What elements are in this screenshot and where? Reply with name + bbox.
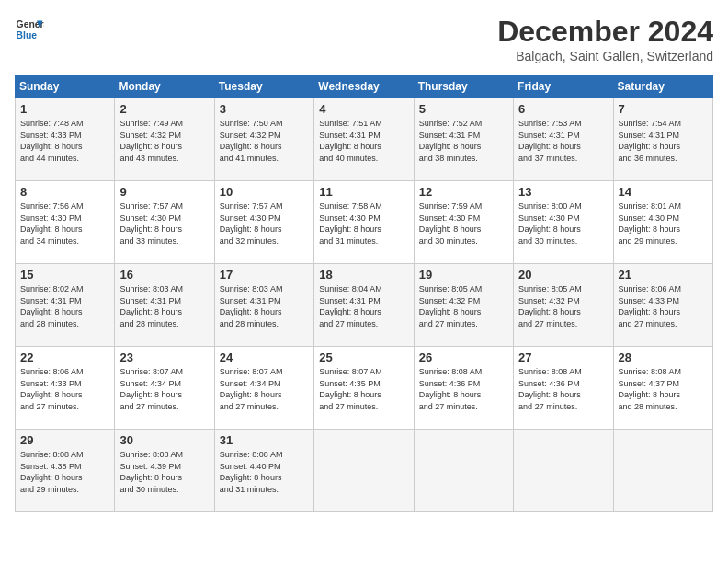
day-number: 5 <box>419 102 508 116</box>
col-sunday: Sunday <box>16 75 115 98</box>
calendar-title: December 2024 <box>497 15 713 49</box>
table-row: 26Sunrise: 8:08 AM Sunset: 4:36 PM Dayli… <box>414 347 513 430</box>
day-info: Sunrise: 8:08 AM Sunset: 4:38 PM Dayligh… <box>20 449 109 495</box>
table-row: 16Sunrise: 8:03 AM Sunset: 4:31 PM Dayli… <box>115 264 214 347</box>
day-number: 20 <box>518 268 608 282</box>
day-info: Sunrise: 8:05 AM Sunset: 4:32 PM Dayligh… <box>419 283 508 329</box>
day-number: 3 <box>220 102 309 116</box>
day-number: 6 <box>518 102 608 116</box>
day-info: Sunrise: 7:49 AM Sunset: 4:32 PM Dayligh… <box>119 118 209 164</box>
day-number: 27 <box>518 350 608 364</box>
col-wednesday: Wednesday <box>314 75 414 98</box>
day-info: Sunrise: 8:01 AM Sunset: 4:30 PM Dayligh… <box>619 201 708 247</box>
table-row: 6Sunrise: 7:53 AM Sunset: 4:31 PM Daylig… <box>514 98 613 181</box>
day-number: 17 <box>220 268 309 282</box>
day-info: Sunrise: 7:52 AM Sunset: 4:31 PM Dayligh… <box>419 118 508 164</box>
table-row: 11Sunrise: 7:58 AM Sunset: 4:30 PM Dayli… <box>314 181 414 264</box>
table-row: 12Sunrise: 7:59 AM Sunset: 4:30 PM Dayli… <box>414 181 513 264</box>
day-info: Sunrise: 8:03 AM Sunset: 4:31 PM Dayligh… <box>119 283 209 329</box>
day-number: 2 <box>119 102 209 116</box>
table-row: 19Sunrise: 8:05 AM Sunset: 4:32 PM Dayli… <box>414 264 513 347</box>
day-info: Sunrise: 8:06 AM Sunset: 4:33 PM Dayligh… <box>20 366 109 412</box>
day-number: 10 <box>220 185 309 199</box>
title-block: December 2024 Balgach, Saint Gallen, Swi… <box>497 15 713 63</box>
col-tuesday: Tuesday <box>214 75 313 98</box>
calendar-week-2: 8Sunrise: 7:56 AM Sunset: 4:30 PM Daylig… <box>16 181 713 264</box>
table-row: 5Sunrise: 7:52 AM Sunset: 4:31 PM Daylig… <box>414 98 513 181</box>
day-number: 16 <box>119 268 209 282</box>
day-info: Sunrise: 8:07 AM Sunset: 4:34 PM Dayligh… <box>220 366 309 412</box>
table-row: 29Sunrise: 8:08 AM Sunset: 4:38 PM Dayli… <box>16 430 115 512</box>
day-number: 28 <box>619 350 708 364</box>
day-number: 24 <box>220 350 309 364</box>
table-row <box>414 430 513 512</box>
day-info: Sunrise: 8:05 AM Sunset: 4:32 PM Dayligh… <box>518 283 608 329</box>
day-info: Sunrise: 8:07 AM Sunset: 4:35 PM Dayligh… <box>319 366 408 412</box>
day-info: Sunrise: 8:08 AM Sunset: 4:40 PM Dayligh… <box>220 449 309 495</box>
day-number: 30 <box>119 433 209 447</box>
day-number: 12 <box>419 185 508 199</box>
day-info: Sunrise: 7:53 AM Sunset: 4:31 PM Dayligh… <box>518 118 608 164</box>
day-number: 13 <box>518 185 608 199</box>
day-number: 1 <box>20 102 109 116</box>
day-info: Sunrise: 8:08 AM Sunset: 4:36 PM Dayligh… <box>419 366 508 412</box>
calendar-week-3: 15Sunrise: 8:02 AM Sunset: 4:31 PM Dayli… <box>16 264 713 347</box>
day-info: Sunrise: 8:06 AM Sunset: 4:33 PM Dayligh… <box>619 283 708 329</box>
calendar-week-1: 1Sunrise: 7:48 AM Sunset: 4:33 PM Daylig… <box>16 98 713 181</box>
day-info: Sunrise: 8:08 AM Sunset: 4:37 PM Dayligh… <box>619 366 708 412</box>
day-info: Sunrise: 7:48 AM Sunset: 4:33 PM Dayligh… <box>20 118 109 164</box>
header-row: Sunday Monday Tuesday Wednesday Thursday… <box>16 75 713 98</box>
table-row: 13Sunrise: 8:00 AM Sunset: 4:30 PM Dayli… <box>514 181 613 264</box>
day-number: 26 <box>419 350 508 364</box>
calendar-week-4: 22Sunrise: 8:06 AM Sunset: 4:33 PM Dayli… <box>16 347 713 430</box>
day-number: 14 <box>619 185 708 199</box>
day-number: 19 <box>419 268 508 282</box>
day-info: Sunrise: 7:59 AM Sunset: 4:30 PM Dayligh… <box>419 201 508 247</box>
calendar-subtitle: Balgach, Saint Gallen, Switzerland <box>497 49 713 63</box>
day-info: Sunrise: 8:03 AM Sunset: 4:31 PM Dayligh… <box>220 283 309 329</box>
day-number: 9 <box>119 185 209 199</box>
table-row: 17Sunrise: 8:03 AM Sunset: 4:31 PM Dayli… <box>214 264 313 347</box>
table-row: 3Sunrise: 7:50 AM Sunset: 4:32 PM Daylig… <box>214 98 313 181</box>
table-row: 22Sunrise: 8:06 AM Sunset: 4:33 PM Dayli… <box>16 347 115 430</box>
table-row <box>514 430 613 512</box>
day-number: 11 <box>319 185 408 199</box>
day-info: Sunrise: 7:58 AM Sunset: 4:30 PM Dayligh… <box>319 201 408 247</box>
day-number: 29 <box>20 433 109 447</box>
day-info: Sunrise: 8:00 AM Sunset: 4:30 PM Dayligh… <box>518 201 608 247</box>
col-thursday: Thursday <box>414 75 513 98</box>
table-row: 20Sunrise: 8:05 AM Sunset: 4:32 PM Dayli… <box>514 264 613 347</box>
table-row: 30Sunrise: 8:08 AM Sunset: 4:39 PM Dayli… <box>115 430 214 512</box>
day-info: Sunrise: 7:57 AM Sunset: 4:30 PM Dayligh… <box>220 201 309 247</box>
table-row: 21Sunrise: 8:06 AM Sunset: 4:33 PM Dayli… <box>613 264 712 347</box>
table-row: 28Sunrise: 8:08 AM Sunset: 4:37 PM Dayli… <box>613 347 712 430</box>
day-info: Sunrise: 8:04 AM Sunset: 4:31 PM Dayligh… <box>319 283 408 329</box>
table-row: 2Sunrise: 7:49 AM Sunset: 4:32 PM Daylig… <box>115 98 214 181</box>
calendar-table: Sunday Monday Tuesday Wednesday Thursday… <box>15 75 713 512</box>
table-row: 9Sunrise: 7:57 AM Sunset: 4:30 PM Daylig… <box>115 181 214 264</box>
day-info: Sunrise: 8:02 AM Sunset: 4:31 PM Dayligh… <box>20 283 109 329</box>
calendar-week-5: 29Sunrise: 8:08 AM Sunset: 4:38 PM Dayli… <box>16 430 713 512</box>
table-row: 4Sunrise: 7:51 AM Sunset: 4:31 PM Daylig… <box>314 98 414 181</box>
table-row: 23Sunrise: 8:07 AM Sunset: 4:34 PM Dayli… <box>115 347 214 430</box>
header: General Blue December 2024 Balgach, Sain… <box>15 15 713 63</box>
table-row: 18Sunrise: 8:04 AM Sunset: 4:31 PM Dayli… <box>314 264 414 347</box>
day-info: Sunrise: 7:57 AM Sunset: 4:30 PM Dayligh… <box>119 201 209 247</box>
day-number: 8 <box>20 185 109 199</box>
table-row: 7Sunrise: 7:54 AM Sunset: 4:31 PM Daylig… <box>613 98 712 181</box>
day-number: 15 <box>20 268 109 282</box>
day-number: 22 <box>20 350 109 364</box>
logo-icon: General Blue <box>15 15 44 44</box>
day-info: Sunrise: 8:08 AM Sunset: 4:36 PM Dayligh… <box>518 366 608 412</box>
table-row: 31Sunrise: 8:08 AM Sunset: 4:40 PM Dayli… <box>214 430 313 512</box>
table-row <box>314 430 414 512</box>
day-info: Sunrise: 7:54 AM Sunset: 4:31 PM Dayligh… <box>619 118 708 164</box>
day-info: Sunrise: 7:50 AM Sunset: 4:32 PM Dayligh… <box>220 118 309 164</box>
col-friday: Friday <box>514 75 613 98</box>
day-info: Sunrise: 8:08 AM Sunset: 4:39 PM Dayligh… <box>119 449 209 495</box>
col-saturday: Saturday <box>613 75 712 98</box>
day-info: Sunrise: 7:51 AM Sunset: 4:31 PM Dayligh… <box>319 118 408 164</box>
day-info: Sunrise: 8:07 AM Sunset: 4:34 PM Dayligh… <box>119 366 209 412</box>
day-number: 18 <box>319 268 408 282</box>
svg-text:Blue: Blue <box>17 30 38 40</box>
